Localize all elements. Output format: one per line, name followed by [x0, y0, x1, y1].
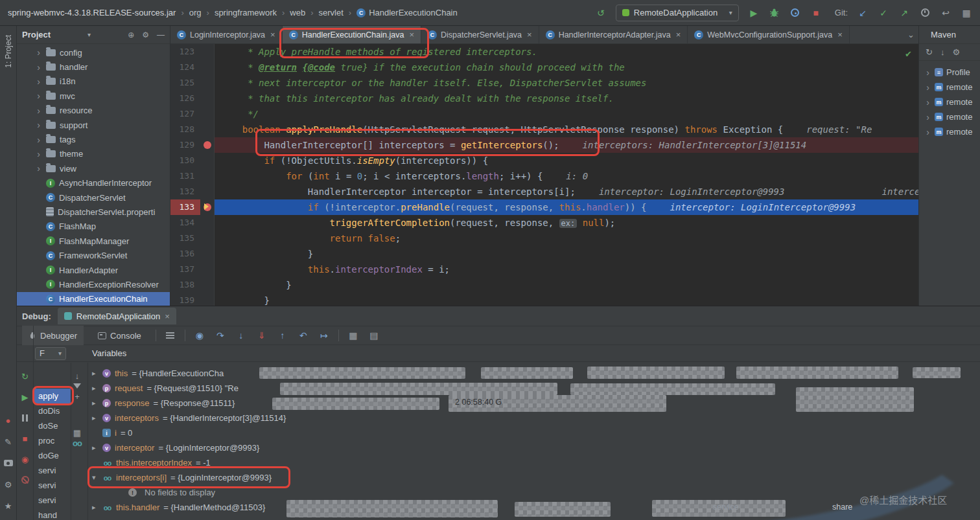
code-line-134[interactable]: 134 triggerAfterCompletion(request, resp…	[170, 215, 918, 231]
table-view-icon[interactable]: ▦	[347, 329, 360, 342]
project-item[interactable]: CDispatcherServlet	[17, 190, 170, 205]
locate-icon[interactable]: ⊕	[128, 30, 134, 40]
breadcrumb-item[interactable]: org	[189, 8, 202, 17]
refresh-icon[interactable]: ↻	[926, 47, 933, 57]
close-icon[interactable]: ×	[837, 30, 843, 40]
maven-item[interactable]: ›mremote	[919, 109, 980, 124]
settings-gear-icon[interactable]: ⚙	[142, 30, 149, 40]
code-line-138[interactable]: 138 }	[170, 277, 918, 293]
variable-row[interactable]: oothis.interceptorIndex= -1	[88, 455, 980, 470]
chevron-right-icon[interactable]: ▸	[92, 399, 102, 407]
project-item[interactable]: CFlashMap	[17, 220, 170, 234]
maven-item[interactable]: ›mremote	[919, 80, 980, 95]
project-item[interactable]: ›handler	[17, 60, 170, 74]
code-line-130[interactable]: 130 if (!ObjectUtils.isEmpty(interceptor…	[170, 153, 918, 168]
maven-panel-title[interactable]: Maven	[919, 26, 980, 44]
chevron-right-icon[interactable]: ›	[35, 149, 42, 159]
line-number[interactable]: 138	[170, 277, 200, 293]
editor-code[interactable]: 123 * Apply preHandle methods of registe…	[170, 44, 918, 306]
project-tool-button[interactable]: 1: Project	[4, 28, 13, 74]
line-number[interactable]: 131	[170, 168, 200, 184]
chevron-right-icon[interactable]: ›	[35, 91, 42, 101]
frame-row[interactable]: apply	[34, 389, 71, 403]
hide-panel-icon[interactable]: —	[157, 30, 165, 40]
code-line-124[interactable]: 124 * @return {@code true} if the execut…	[170, 60, 918, 75]
code-line-137[interactable]: 137 this.interceptorIndex = i;	[170, 262, 918, 277]
frame-row[interactable]: doGe	[34, 448, 71, 463]
variable-row[interactable]: ▾oointerceptors[i]= {LoginInterceptor@99…	[88, 470, 980, 485]
project-item[interactable]: CHandlerExecutionChain	[17, 292, 170, 306]
profiler-button[interactable]	[789, 7, 801, 19]
chevron-right-icon[interactable]: ›	[35, 62, 42, 73]
history-icon[interactable]	[919, 7, 931, 19]
code-line-136[interactable]: 136 }	[170, 246, 918, 262]
project-item[interactable]: IHandlerAdapter	[17, 263, 170, 277]
editor-tab[interactable]: CWebMvcConfigurationSupport.java×	[688, 26, 850, 43]
chevron-right-icon[interactable]: ▸	[92, 369, 102, 378]
download-icon[interactable]: ↓	[940, 47, 945, 57]
show-execution-point-icon[interactable]: ◉	[193, 329, 206, 342]
reload-changes-icon[interactable]: ↺	[595, 7, 607, 19]
project-item[interactable]: CFrameworkServlet	[17, 248, 170, 262]
line-number[interactable]: 125	[170, 75, 200, 91]
chevron-right-icon[interactable]: ›	[924, 112, 931, 122]
line-number[interactable]: 139	[170, 293, 200, 306]
project-panel-title[interactable]: Project	[22, 30, 51, 40]
code-line-128[interactable]: 128 boolean applyPreHandle(HttpServletRe…	[170, 122, 918, 137]
frame-row[interactable]: servi	[34, 478, 71, 493]
view-breakpoints-icon[interactable]: ◉	[19, 454, 31, 464]
close-icon[interactable]: ×	[409, 30, 414, 40]
project-item[interactable]: IHandlerExceptionResolver	[17, 277, 170, 291]
project-item[interactable]: ›mvc	[17, 89, 170, 103]
maven-item[interactable]: ›≡Profile	[919, 65, 980, 80]
stop-button[interactable]: ■	[810, 7, 822, 19]
line-number[interactable]: 123	[170, 44, 200, 60]
frame-row[interactable]: proc	[34, 433, 71, 448]
line-number[interactable]: 130	[170, 153, 200, 168]
project-item[interactable]: IAsyncHandlerInterceptor	[17, 176, 170, 190]
camera-icon[interactable]	[3, 458, 14, 468]
tab-console[interactable]: Console	[91, 326, 148, 345]
maven-item[interactable]: ›mremote	[919, 124, 980, 139]
frame-row[interactable]: doDis	[34, 403, 71, 418]
execution-pointer-icon[interactable]	[200, 199, 215, 215]
maven-item[interactable]: ›mremote	[919, 95, 980, 109]
chevron-right-icon[interactable]: ›	[35, 120, 42, 130]
sort-icon[interactable]: ↓	[71, 370, 83, 381]
close-icon[interactable]: ×	[676, 30, 681, 40]
chevron-right-icon[interactable]: ›	[35, 47, 42, 58]
drop-frame-icon[interactable]: ↶	[297, 329, 310, 342]
editor-tab[interactable]: CHandlerExecutionChain.java×	[283, 26, 421, 43]
project-item[interactable]: DispatcherServlet.properti	[17, 205, 170, 219]
settings-gear-icon[interactable]: ⚙	[3, 479, 14, 490]
rerun-icon[interactable]: ↻	[19, 371, 31, 381]
code-line-139[interactable]: 139 }	[170, 293, 918, 306]
edit-pencil-icon[interactable]: ✎	[3, 436, 14, 447]
frame-row[interactable]: servi	[34, 493, 71, 508]
restore-layout-icon[interactable]: ▦	[71, 427, 83, 438]
force-step-into-icon[interactable]: ⇓	[255, 329, 268, 342]
code-line-126[interactable]: 126 * that this interceptor has already …	[170, 91, 918, 106]
line-number[interactable]: 133	[170, 199, 200, 215]
vcs-push-icon[interactable]: ↗	[898, 7, 910, 19]
project-item[interactable]: ›resource	[17, 104, 170, 118]
editor-tab[interactable]: CDispatcherServlet.java×	[421, 26, 539, 43]
close-icon[interactable]: ×	[165, 311, 170, 321]
editor-tab[interactable]: CLoginInterceptor.java×	[170, 26, 283, 43]
step-into-icon[interactable]: ↓	[235, 329, 248, 342]
chevron-right-icon[interactable]: ›	[924, 82, 931, 93]
chevron-right-icon[interactable]: ›	[924, 127, 931, 137]
project-item[interactable]: ›i18n	[17, 74, 170, 89]
menu-icon[interactable]	[164, 329, 177, 342]
breadcrumb-item[interactable]: spring-webmvc-4.3.18.RELEASE-sources.jar	[8, 8, 176, 17]
frame-row[interactable]: doSe	[34, 418, 71, 433]
run-to-cursor-icon[interactable]: ↦	[318, 329, 331, 342]
line-number[interactable]: 135	[170, 231, 200, 246]
line-number[interactable]: 127	[170, 106, 200, 122]
project-item[interactable]: ›view	[17, 161, 170, 175]
chevron-right-icon[interactable]: ›	[924, 67, 931, 78]
line-number[interactable]: 136	[170, 246, 200, 262]
chevron-right-icon[interactable]: ▸	[92, 414, 102, 422]
frame-row[interactable]: servi	[34, 463, 71, 478]
settings-gear-icon[interactable]: ⚙	[952, 47, 960, 57]
